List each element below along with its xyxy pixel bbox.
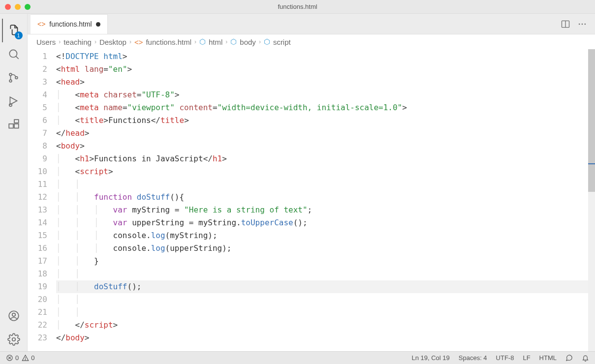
close-window-button[interactable]	[5, 4, 11, 10]
chevron-right-icon: ›	[259, 38, 261, 45]
encoding[interactable]: UTF-8	[496, 354, 514, 362]
minimap-highlight	[588, 163, 595, 164]
explorer-icon[interactable]: 1	[2, 19, 26, 42]
activity-bar: 1	[0, 14, 28, 351]
scrollbar-thumb[interactable]	[588, 49, 595, 192]
maximize-window-button[interactable]	[25, 4, 31, 10]
svg-rect-5	[9, 124, 13, 128]
explorer-badge: 1	[15, 31, 23, 39]
minimize-window-button[interactable]	[15, 4, 21, 10]
svg-point-13	[582, 23, 583, 25]
more-actions-icon[interactable]	[577, 19, 587, 29]
breadcrumb-users[interactable]: Users	[36, 38, 56, 46]
warnings-count[interactable]: 0	[22, 354, 34, 362]
breadcrumb-body[interactable]: ⬡body	[230, 37, 256, 46]
chevron-right-icon: ›	[94, 38, 96, 45]
notifications-bell-icon[interactable]	[582, 354, 589, 362]
split-editor-icon[interactable]	[561, 19, 570, 29]
symbol-cube-icon: ⬡	[264, 37, 270, 46]
chevron-right-icon: ›	[225, 38, 227, 45]
symbol-cube-icon: ⬡	[230, 37, 237, 46]
breadcrumb-script[interactable]: ⬡script	[264, 37, 291, 46]
errors-count[interactable]: 0	[6, 354, 19, 362]
editor[interactable]: 1234567891011121314151617181920212223 <!…	[28, 49, 595, 351]
svg-point-9	[12, 313, 15, 317]
svg-point-10	[12, 338, 15, 341]
svg-rect-6	[14, 124, 19, 128]
svg-point-3	[15, 77, 18, 79]
breadcrumb-file[interactable]: <>functions.html	[134, 38, 191, 46]
svg-point-2	[9, 80, 12, 82]
svg-point-4	[9, 104, 11, 106]
indentation[interactable]: Spaces: 4	[459, 354, 487, 362]
feedback-icon[interactable]	[565, 354, 573, 362]
tab-dirty-indicator	[96, 22, 100, 27]
source-control-icon[interactable]	[2, 66, 26, 90]
svg-point-14	[585, 23, 586, 25]
line-number-gutter: 1234567891011121314151617181920212223	[28, 49, 56, 351]
breadcrumb-desktop[interactable]: Desktop	[99, 38, 126, 46]
svg-rect-7	[14, 120, 19, 123]
window-controls	[5, 4, 31, 10]
title-bar: functions.html	[0, 0, 595, 14]
symbol-cube-icon: ⬡	[199, 37, 206, 46]
language-mode[interactable]: HTML	[539, 354, 557, 362]
tab-functions-html[interactable]: <> functions.html	[31, 14, 108, 34]
search-icon[interactable]	[2, 42, 26, 66]
breadcrumb-teaching[interactable]: teaching	[63, 38, 92, 46]
chevron-right-icon: ›	[129, 38, 131, 45]
breadcrumbs: Users › teaching › Desktop › <>functions…	[28, 34, 595, 49]
chevron-right-icon: ›	[194, 38, 196, 45]
code-area[interactable]: <!DOCTYPE html> <html lang="en"> <head> …	[56, 49, 595, 351]
svg-point-0	[9, 50, 17, 57]
cursor-position[interactable]: Ln 19, Col 19	[411, 354, 449, 362]
svg-point-1	[9, 73, 12, 76]
accounts-icon[interactable]	[2, 304, 26, 328]
tab-label: functions.html	[49, 20, 92, 28]
eol[interactable]: LF	[523, 354, 530, 362]
extensions-icon[interactable]	[2, 113, 26, 137]
html-file-icon: <>	[134, 38, 143, 46]
chevron-right-icon: ›	[59, 38, 61, 45]
tab-bar: <> functions.html	[28, 14, 595, 34]
window-title: functions.html	[278, 3, 317, 10]
svg-point-16	[25, 360, 26, 360]
breadcrumb-html[interactable]: ⬡html	[199, 37, 222, 46]
svg-point-12	[579, 23, 580, 25]
settings-gear-icon[interactable]	[2, 328, 26, 351]
status-bar: 0 0 Ln 19, Col 19 Spaces: 4 UTF-8 LF HTM…	[0, 351, 595, 364]
run-debug-icon[interactable]	[2, 90, 26, 113]
html-file-icon: <>	[37, 20, 45, 28]
scrollbar-minimap[interactable]	[588, 49, 595, 351]
